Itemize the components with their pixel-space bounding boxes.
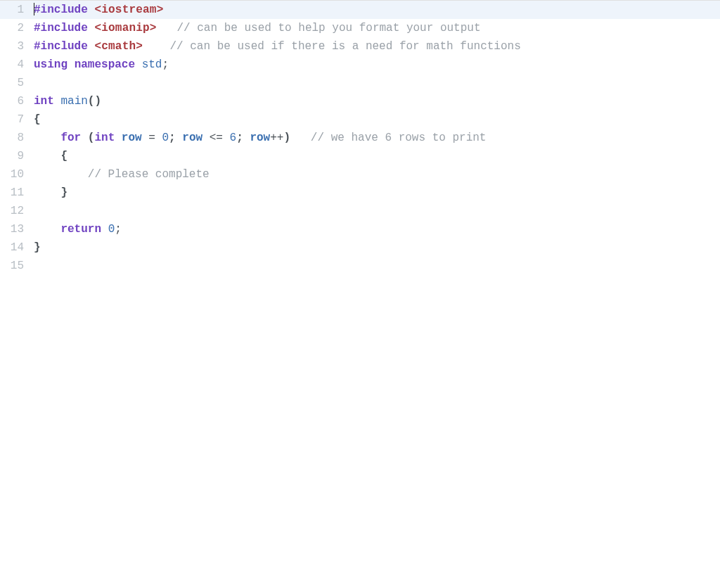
code-token: ): [283, 132, 290, 144]
code-token: [142, 132, 149, 144]
code-content[interactable]: {: [34, 110, 720, 129]
code-token: // we have 6 rows to print: [311, 132, 487, 144]
code-token: #include: [34, 22, 88, 34]
code-token: [223, 132, 230, 144]
code-token: <=: [210, 132, 223, 144]
code-token: [101, 223, 108, 236]
code-line[interactable]: 7{: [0, 110, 720, 129]
line-number: 8: [0, 129, 34, 147]
code-token: int: [94, 132, 115, 144]
code-line[interactable]: 9 {: [0, 147, 720, 165]
line-number: 2: [0, 19, 34, 37]
code-content[interactable]: {: [34, 147, 720, 165]
line-number: 10: [0, 165, 34, 184]
code-token: for: [60, 132, 81, 144]
line-number: 14: [0, 238, 34, 257]
line-number: 4: [0, 56, 34, 74]
code-token: 0: [162, 132, 169, 144]
code-line[interactable]: 13 return 0;: [0, 220, 720, 238]
code-content[interactable]: int main(): [34, 92, 720, 110]
code-token: #include: [34, 40, 88, 53]
code-line[interactable]: 2#include <iomanip> // can be used to he…: [0, 19, 720, 37]
line-number: 7: [0, 110, 34, 129]
code-token: [88, 40, 95, 53]
code-token: row: [250, 132, 270, 144]
code-token: }: [34, 241, 41, 254]
code-token: <iostream>: [94, 4, 163, 16]
code-line[interactable]: 15: [0, 257, 720, 275]
code-token: // can be used if there is a need for ma…: [169, 40, 520, 53]
code-line[interactable]: 6int main(): [0, 92, 720, 110]
code-token: [34, 168, 88, 181]
code-content[interactable]: #include <cmath> // can be used if there…: [34, 37, 720, 56]
line-number: 15: [0, 257, 34, 275]
code-token: [135, 58, 142, 71]
line-number: 12: [0, 202, 34, 220]
code-line[interactable]: 14}: [0, 238, 720, 257]
code-content[interactable]: #include <iostream>: [34, 1, 720, 19]
code-content[interactable]: // Please complete: [34, 165, 720, 184]
code-line[interactable]: 4using namespace std;: [0, 56, 720, 74]
code-token: 0: [108, 223, 115, 236]
code-content[interactable]: for (int row = 0; row <= 6; row++) // we…: [34, 129, 720, 147]
code-editor[interactable]: 1#include <iostream>2#include <iomanip> …: [0, 1, 720, 275]
code-token: [115, 132, 122, 144]
code-token: #include: [34, 4, 88, 16]
code-content[interactable]: #include <iomanip> // can be used to hel…: [34, 19, 720, 37]
code-token: (: [88, 132, 95, 144]
code-token: 6: [230, 132, 237, 144]
code-token: [34, 223, 60, 236]
code-token: return: [60, 223, 101, 236]
code-token: [243, 132, 250, 144]
line-number: 3: [0, 37, 34, 56]
code-token: [143, 40, 169, 53]
code-token: ++: [270, 132, 283, 144]
code-token: [34, 150, 60, 162]
code-content[interactable]: }: [34, 238, 720, 257]
code-token: std: [142, 58, 162, 71]
code-token: [34, 132, 60, 144]
code-line[interactable]: 10 // Please complete: [0, 165, 720, 184]
line-number: 1: [0, 1, 34, 19]
code-token: [202, 132, 210, 144]
code-line[interactable]: 8 for (int row = 0; row <= 6; row++) // …: [0, 129, 720, 147]
code-token: [68, 58, 75, 71]
code-token: [155, 132, 162, 144]
code-token: ;: [236, 132, 243, 144]
code-token: main: [60, 95, 87, 108]
code-token: {: [34, 113, 41, 126]
code-token: row: [122, 132, 142, 144]
code-line[interactable]: 12: [0, 202, 720, 220]
code-token: }: [60, 186, 68, 199]
code-content[interactable]: using namespace std;: [34, 56, 720, 74]
code-line[interactable]: 1#include <iostream>: [0, 1, 720, 19]
code-content[interactable]: }: [34, 184, 720, 202]
code-content[interactable]: return 0;: [34, 220, 720, 238]
code-token: =: [148, 132, 155, 144]
text-cursor: [34, 3, 34, 15]
code-line[interactable]: 3#include <cmath> // can be used if ther…: [0, 37, 720, 56]
code-token: // can be used to help you format your o…: [176, 22, 480, 34]
code-token: using: [34, 58, 68, 71]
code-token: [54, 95, 61, 108]
code-token: ;: [162, 58, 169, 71]
code-token: <cmath>: [94, 40, 143, 53]
line-number: 9: [0, 147, 34, 165]
line-number: 11: [0, 184, 34, 202]
code-token: // Please complete: [88, 168, 210, 181]
code-token: [176, 132, 183, 144]
line-number: 6: [0, 92, 34, 110]
code-token: [88, 4, 95, 16]
code-token: row: [182, 132, 202, 144]
code-token: <iomanip>: [94, 22, 156, 34]
code-token: {: [60, 150, 68, 162]
code-line[interactable]: 5: [0, 74, 720, 92]
code-token: [34, 186, 60, 199]
code-token: [81, 132, 88, 144]
code-token: [290, 132, 311, 144]
code-token: int: [34, 95, 54, 108]
line-number: 5: [0, 74, 34, 92]
code-line[interactable]: 11 }: [0, 184, 720, 202]
code-token: ;: [169, 132, 176, 144]
code-token: (): [88, 95, 101, 108]
